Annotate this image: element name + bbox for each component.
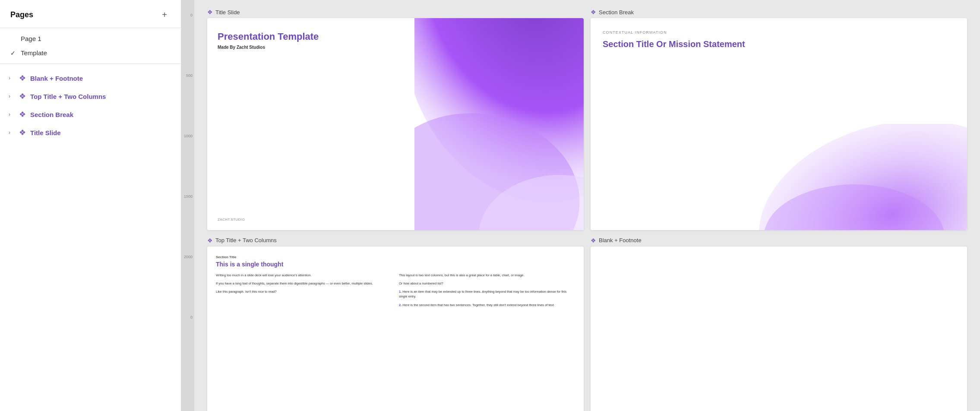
- title-slide-main: Presentation Template Made By Zacht Stud…: [218, 31, 404, 50]
- layout-item-two-columns[interactable]: › ❖ Top Title + Two Columns: [0, 87, 181, 105]
- blank-footnote-wrapper: ❖ Blank + Footnote FOOTNOTE: [591, 237, 967, 411]
- two-col-title: This is a single thought: [216, 261, 575, 268]
- dots-icon-section: ❖: [591, 9, 596, 16]
- col1-p2: If you have a long trail of thoughts, se…: [216, 281, 392, 286]
- layout-item-blank-footnote[interactable]: › ❖ Blank + Footnote: [0, 69, 181, 87]
- title-slide-card[interactable]: Presentation Template Made By Zacht Stud…: [207, 18, 584, 230]
- blank-footnote-label-text: Blank + Footnote: [599, 237, 642, 243]
- section-break-blob-graphic: [741, 124, 967, 230]
- title-slide-content: Presentation Template Made By Zacht Stud…: [207, 18, 414, 230]
- two-columns-wrapper: ❖ Top Title + Two Columns Section Title …: [207, 237, 584, 411]
- section-break-inner: CONTEXTUAL INFORMATION Section Title Or …: [591, 18, 967, 230]
- pages-list: Page 1 ✓ Template: [0, 28, 181, 64]
- layout-item-title-slide[interactable]: › ❖ Title Slide: [0, 123, 181, 142]
- layout-label-title-slide: Title Slide: [30, 129, 61, 136]
- section-break-label-text: Section Break: [599, 9, 634, 16]
- title-slide-wrapper: ❖ Title Slide Presentation Template Made…: [207, 9, 584, 230]
- col2-num2: 2.: [399, 303, 401, 307]
- blank-footnote-label-row: ❖ Blank + Footnote: [591, 237, 967, 244]
- ruler-tick-2000: 2000: [181, 255, 194, 259]
- title-slide-subtitle: Made By Zacht Studios: [218, 45, 404, 50]
- title-slide-graphic: [414, 18, 584, 230]
- grid-icon-two-columns: ❖: [19, 92, 26, 101]
- col2-item2: 2. Here is the second item that has two …: [399, 303, 575, 307]
- expand-icon-blank-footnote: ›: [9, 75, 15, 81]
- col1-p3: Like this paragraph. Isn't this nice to …: [216, 289, 392, 294]
- ruler-tick-1000: 1000: [181, 134, 194, 138]
- sidebar: Pages + Page 1 ✓ Template › ❖ Blank + Fo…: [0, 0, 181, 411]
- layouts-list: › ❖ Blank + Footnote › ❖ Top Title + Two…: [0, 64, 181, 147]
- grid-icon-section-break: ❖: [19, 110, 26, 119]
- section-break-title: Section Title Or Mission Statement: [603, 39, 955, 49]
- two-col-right: This layout is two text columns, but thi…: [399, 273, 575, 411]
- col2-intro: This layout is two text columns, but thi…: [399, 273, 575, 278]
- two-columns-label-row: ❖ Top Title + Two Columns: [207, 237, 584, 244]
- title-slide-inner: Presentation Template Made By Zacht Stud…: [207, 18, 584, 230]
- check-icon-empty: [10, 35, 17, 42]
- canvas-grid: ❖ Title Slide Presentation Template Made…: [207, 9, 967, 411]
- title-slide-heading: Presentation Template: [218, 31, 404, 42]
- layout-label-two-columns: Top Title + Two Columns: [30, 93, 106, 100]
- check-icon-active: ✓: [10, 50, 17, 57]
- col2-text1: Here is an item that may be extended up …: [399, 290, 566, 298]
- col2-item1: 1. Here is an item that may be extended …: [399, 289, 575, 299]
- title-slide-footer: ZACHT.STUDIO: [218, 218, 404, 221]
- layout-label-blank-footnote: Blank + Footnote: [30, 75, 83, 82]
- template-label: Template: [21, 49, 47, 57]
- expand-icon-two-columns: ›: [9, 93, 15, 99]
- blank-footnote-card[interactable]: FOOTNOTE: [591, 247, 967, 411]
- ruler-left: 0 500 1000 1500 2000 0: [181, 0, 194, 411]
- section-break-label-row: ❖ Section Break: [591, 9, 967, 16]
- ruler-tick-0: 0: [181, 13, 194, 17]
- sidebar-title: Pages: [10, 10, 33, 19]
- grid-icon-title-slide: ❖: [19, 128, 26, 137]
- grid-icon-blank-footnote: ❖: [19, 73, 26, 83]
- two-col-section-label: Section Title: [216, 255, 575, 259]
- page-item-template[interactable]: ✓ Template: [0, 46, 181, 60]
- dots-icon-two-columns: ❖: [207, 237, 213, 244]
- ruler-tick-end: 0: [181, 315, 194, 319]
- two-col-columns: Writing too much in a slide deck will lo…: [216, 273, 575, 411]
- expand-icon-title-slide: ›: [9, 130, 15, 136]
- section-break-context-label: CONTEXTUAL INFORMATION: [603, 30, 955, 35]
- page-item-page1[interactable]: Page 1: [0, 32, 181, 46]
- section-break-card[interactable]: CONTEXTUAL INFORMATION Section Title Or …: [591, 18, 967, 230]
- col1-p1: Writing too much in a slide deck will lo…: [216, 273, 392, 278]
- ruler-tick-500: 500: [181, 73, 194, 78]
- dots-icon-blank-footnote: ❖: [591, 237, 596, 244]
- page1-label: Page 1: [21, 35, 41, 42]
- two-columns-label-text: Top Title + Two Columns: [215, 237, 277, 243]
- dots-icon-title: ❖: [207, 9, 213, 16]
- sidebar-header: Pages +: [0, 0, 181, 28]
- section-break-wrapper: ❖ Section Break CONTEXTUAL INFORMATION S…: [591, 9, 967, 230]
- ruler-tick-1500: 1500: [181, 194, 194, 199]
- col2-num1: 1.: [399, 290, 401, 294]
- col2-question: Or how about a numbered list?: [399, 281, 575, 286]
- add-page-button[interactable]: +: [158, 9, 171, 21]
- title-slide-label-text: Title Slide: [215, 9, 240, 16]
- two-columns-card[interactable]: Section Title This is a single thought W…: [207, 247, 584, 411]
- two-columns-inner: Section Title This is a single thought W…: [207, 247, 584, 411]
- blank-footnote-inner: FOOTNOTE: [591, 247, 967, 411]
- canvas-scroll[interactable]: ❖ Title Slide Presentation Template Made…: [194, 0, 980, 411]
- expand-icon-section-break: ›: [9, 111, 15, 117]
- two-col-left: Writing too much in a slide deck will lo…: [216, 273, 392, 411]
- layout-label-section-break: Section Break: [30, 111, 73, 118]
- canvas-area: 0 500 1000 1500 2000 0 ❖ Title Slide Pre…: [181, 0, 980, 411]
- layout-item-section-break[interactable]: › ❖ Section Break: [0, 105, 181, 123]
- col2-text2: Here is the second item that has two sen…: [402, 303, 554, 307]
- title-slide-label: ❖ Title Slide: [207, 9, 584, 16]
